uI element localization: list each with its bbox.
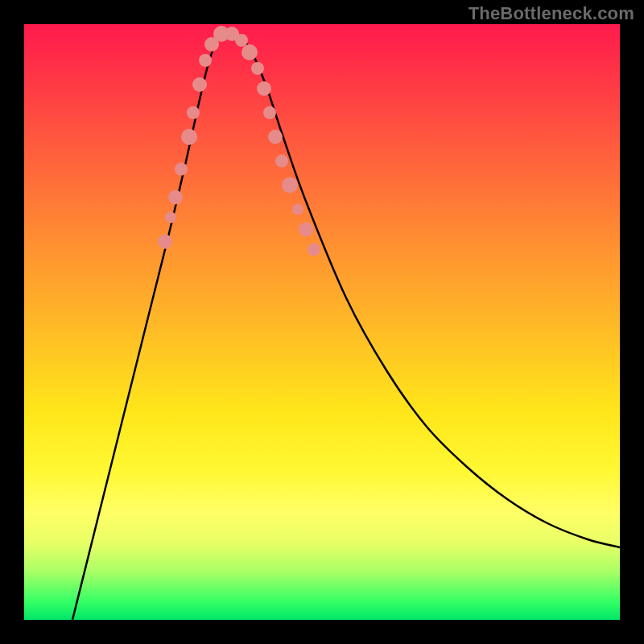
data-marker	[263, 106, 276, 119]
data-marker	[158, 234, 172, 249]
data-marker	[292, 204, 303, 215]
bottleneck-curve	[72, 31, 620, 620]
data-marker	[199, 54, 212, 67]
data-marker	[168, 190, 183, 204]
data-marker	[308, 243, 320, 256]
data-marker	[257, 81, 271, 96]
data-marker	[235, 34, 248, 47]
data-marker	[282, 177, 298, 193]
watermark-label: TheBottleneck.com	[469, 3, 634, 24]
data-markers	[158, 26, 320, 256]
data-marker	[251, 62, 264, 75]
data-marker	[165, 212, 176, 223]
chart-svg	[24, 24, 620, 620]
data-marker	[268, 130, 283, 144]
data-marker	[299, 222, 313, 237]
chart-frame: TheBottleneck.com	[0, 0, 644, 644]
data-marker	[181, 129, 197, 145]
data-marker	[242, 44, 258, 60]
chart-plot-area	[24, 24, 620, 620]
data-marker	[187, 106, 200, 119]
data-marker	[175, 163, 188, 175]
data-marker	[275, 155, 288, 167]
data-marker	[192, 77, 207, 92]
